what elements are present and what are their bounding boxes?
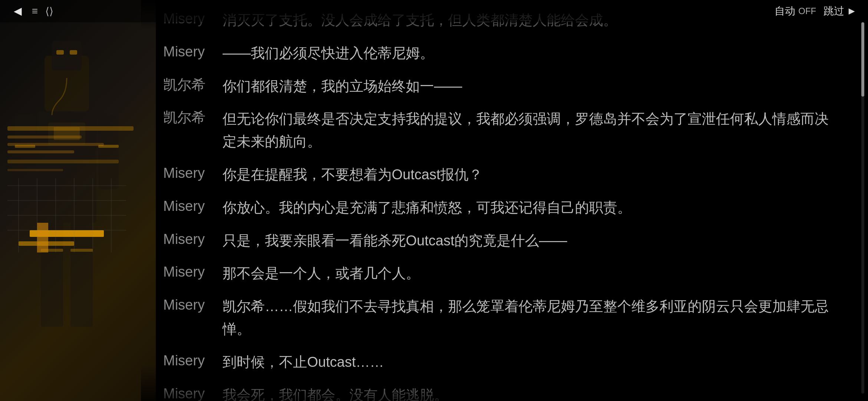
speaker-name: Misery: [163, 42, 223, 62]
dialogue-content: 你们都很清楚，我的立场始终如一——: [223, 75, 831, 98]
left-character-panel: [0, 0, 156, 401]
skip-icon: ►: [846, 5, 857, 17]
speaker-name: Misery: [163, 295, 223, 315]
dialogue-content: ——我们必须尽快进入伦蒂尼姆。: [223, 42, 831, 65]
scrollbar-thumb[interactable]: [861, 22, 864, 97]
svg-rect-18: [7, 150, 74, 153]
skip-button[interactable]: 跳过 ►: [823, 4, 857, 18]
dialogue-content: 你放心。我的内心是充满了悲痛和愤怒，可我还记得自己的职责。: [223, 196, 831, 219]
back-button[interactable]: ◄: [11, 3, 24, 19]
auto-button[interactable]: 自动 OFF: [775, 4, 816, 18]
dialogue-row[interactable]: Misery那不会是一个人，或者几个人。: [163, 257, 831, 290]
dialogue-content: 只是，我要亲眼看一看能杀死Outcast的究竟是什么——: [223, 229, 831, 252]
dialogue-row[interactable]: 凯尔希但无论你们最终是否决定支持我的提议，我都必须强调，罗德岛并不会为了宣泄任何…: [163, 102, 831, 158]
speaker-name: Misery: [163, 163, 223, 183]
svg-rect-19: [7, 160, 119, 163]
skip-label: 跳过: [823, 4, 844, 18]
dialogue-content: 那不会是一个人，或者几个人。: [223, 262, 831, 285]
bg-machinery: [0, 111, 141, 260]
dialogue-content: 我会死，我们都会。没有人能逃脱。: [223, 384, 831, 401]
dialogue-row[interactable]: Misery凯尔希……假如我们不去寻找真相，那么笼罩着伦蒂尼姆乃至整个维多利亚的…: [163, 290, 831, 346]
auto-label: 自动: [775, 4, 795, 18]
auto-status: OFF: [798, 6, 816, 16]
dialogue-row[interactable]: 凯尔希你们都很清楚，我的立场始终如一——: [163, 70, 831, 103]
dialogue-content: 你是在提醒我，不要想着为Outcast报仇？: [223, 163, 831, 186]
dialogue-row[interactable]: Misery只是，我要亲眼看一看能杀死Outcast的究竟是什么——: [163, 224, 831, 257]
speaker-name: Misery: [163, 351, 223, 371]
dialogue-row[interactable]: Misery我会死，我们都会。没有人能逃脱。: [163, 379, 831, 401]
dialogue-content: 凯尔希……假如我们不去寻找真相，那么笼罩着伦蒂尼姆乃至整个维多利亚的阴云只会更加…: [223, 295, 831, 340]
top-bar-left: ◄ ≡ ⟨⟩: [11, 3, 53, 19]
dialogue-row[interactable]: Misery你是在提醒我，不要想着为Outcast报仇？: [163, 158, 831, 191]
svg-rect-20: [7, 169, 63, 171]
menu-icon[interactable]: ≡: [32, 5, 38, 17]
svg-rect-15: [7, 126, 134, 131]
speaker-name: Misery: [163, 229, 223, 249]
scrollbar-track[interactable]: [861, 22, 864, 394]
speaker-name: Misery: [163, 384, 223, 401]
speaker-name: Misery: [163, 196, 223, 216]
dialogue-area[interactable]: Misery消灭灭了支托。没人会成给了支托，但人类都清楚人能给会成。Misery…: [141, 0, 846, 401]
svg-rect-3: [70, 50, 77, 55]
svg-rect-16: [7, 136, 82, 138]
speaker-name: 凯尔希: [163, 108, 223, 127]
svg-rect-2: [56, 50, 64, 55]
speaker-name: Misery: [163, 262, 223, 282]
svg-rect-17: [7, 143, 104, 146]
dialogue-row[interactable]: Misery你放心。我的内心是充满了悲痛和愤怒，可我还记得自己的职责。: [163, 191, 831, 224]
top-bar: ◄ ≡ ⟨⟩ 自动 OFF 跳过 ►: [0, 0, 868, 22]
top-bar-right: 自动 OFF 跳过 ►: [775, 4, 857, 18]
dialogue-content: 但无论你们最终是否决定支持我的提议，我都必须强调，罗德岛并不会为了宣泄任何私人情…: [223, 108, 831, 153]
svg-rect-1: [52, 41, 82, 71]
dialogue-list: Misery消灭灭了支托。没人会成给了支托，但人类都清楚人能给会成。Misery…: [163, 4, 831, 401]
dialogue-row[interactable]: Misery到时候，不止Outcast……: [163, 346, 831, 379]
dialogue-row[interactable]: Misery——我们必须尽快进入伦蒂尼姆。: [163, 37, 831, 70]
dialogue-content: 到时候，不止Outcast……: [223, 351, 831, 374]
history-icon[interactable]: ⟨⟩: [45, 5, 53, 17]
speaker-name: 凯尔希: [163, 75, 223, 95]
right-panel: [846, 0, 868, 401]
